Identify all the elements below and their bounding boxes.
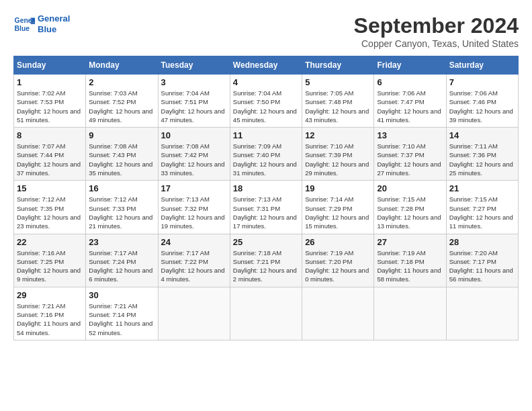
day-info: Sunrise: 7:15 AM Sunset: 7:27 PM Dayligh…	[449, 195, 515, 230]
calendar-day: 28 Sunrise: 7:20 AM Sunset: 7:17 PM Dayl…	[446, 234, 518, 287]
day-info: Sunrise: 7:17 AM Sunset: 7:24 PM Dayligh…	[89, 248, 154, 284]
day-header-saturday: Saturday	[446, 56, 518, 75]
day-info: Sunrise: 7:08 AM Sunset: 7:43 PM Dayligh…	[89, 142, 154, 177]
calendar-day	[374, 287, 446, 340]
day-number: 6	[377, 77, 443, 87]
day-info: Sunrise: 7:06 AM Sunset: 7:47 PM Dayligh…	[377, 89, 443, 124]
day-number: 5	[305, 77, 371, 87]
calendar-day: 17 Sunrise: 7:13 AM Sunset: 7:32 PM Dayl…	[158, 181, 230, 234]
calendar-table: SundayMondayTuesdayWednesdayThursdayFrid…	[13, 56, 519, 340]
calendar-day: 5 Sunrise: 7:05 AM Sunset: 7:48 PM Dayli…	[302, 75, 374, 128]
calendar-week-2: 8 Sunrise: 7:07 AM Sunset: 7:44 PM Dayli…	[14, 128, 519, 181]
day-info: Sunrise: 7:14 AM Sunset: 7:29 PM Dayligh…	[305, 195, 371, 230]
month-title: September 2024	[354, 13, 519, 38]
day-number: 20	[377, 183, 443, 193]
day-info: Sunrise: 7:16 AM Sunset: 7:25 PM Dayligh…	[17, 248, 83, 284]
day-number: 16	[89, 183, 154, 193]
logo: General Blue General Blue	[13, 13, 70, 35]
day-header-friday: Friday	[374, 56, 446, 75]
calendar-day: 22 Sunrise: 7:16 AM Sunset: 7:25 PM Dayl…	[14, 234, 86, 287]
day-number: 3	[161, 77, 227, 87]
day-info: Sunrise: 7:20 AM Sunset: 7:17 PM Dayligh…	[449, 248, 515, 284]
calendar-day: 30 Sunrise: 7:21 AM Sunset: 7:14 PM Dayl…	[86, 287, 158, 340]
calendar-day: 13 Sunrise: 7:10 AM Sunset: 7:37 PM Dayl…	[374, 128, 446, 181]
day-number: 4	[233, 77, 299, 87]
logo-line1: General	[38, 13, 70, 24]
calendar-day	[158, 287, 230, 340]
calendar-day: 29 Sunrise: 7:21 AM Sunset: 7:16 PM Dayl…	[14, 287, 86, 340]
day-info: Sunrise: 7:02 AM Sunset: 7:53 PM Dayligh…	[17, 89, 83, 124]
day-number: 8	[17, 130, 83, 140]
calendar-day: 21 Sunrise: 7:15 AM Sunset: 7:27 PM Dayl…	[446, 181, 518, 234]
calendar-day: 23 Sunrise: 7:17 AM Sunset: 7:24 PM Dayl…	[86, 234, 158, 287]
day-info: Sunrise: 7:05 AM Sunset: 7:48 PM Dayligh…	[305, 89, 371, 124]
day-number: 23	[89, 237, 154, 247]
calendar-week-3: 15 Sunrise: 7:12 AM Sunset: 7:35 PM Dayl…	[14, 181, 519, 234]
calendar-day: 11 Sunrise: 7:09 AM Sunset: 7:40 PM Dayl…	[230, 128, 302, 181]
day-number: 2	[89, 77, 154, 87]
calendar-day: 14 Sunrise: 7:11 AM Sunset: 7:36 PM Dayl…	[446, 128, 518, 181]
title-area: September 2024 Copper Canyon, Texas, Uni…	[354, 13, 519, 49]
day-info: Sunrise: 7:13 AM Sunset: 7:31 PM Dayligh…	[233, 195, 299, 230]
day-number: 12	[305, 130, 371, 140]
calendar-day: 12 Sunrise: 7:10 AM Sunset: 7:39 PM Dayl…	[302, 128, 374, 181]
day-header-tuesday: Tuesday	[158, 56, 230, 75]
day-info: Sunrise: 7:21 AM Sunset: 7:14 PM Dayligh…	[89, 302, 154, 337]
day-header-thursday: Thursday	[302, 56, 374, 75]
day-info: Sunrise: 7:10 AM Sunset: 7:37 PM Dayligh…	[377, 142, 443, 177]
day-number: 7	[449, 77, 515, 87]
day-info: Sunrise: 7:06 AM Sunset: 7:46 PM Dayligh…	[449, 89, 515, 124]
calendar-day: 7 Sunrise: 7:06 AM Sunset: 7:46 PM Dayli…	[446, 75, 518, 128]
calendar-day: 3 Sunrise: 7:04 AM Sunset: 7:51 PM Dayli…	[158, 75, 230, 128]
day-number: 9	[89, 130, 154, 140]
location: Copper Canyon, Texas, United States	[354, 38, 519, 49]
day-info: Sunrise: 7:04 AM Sunset: 7:51 PM Dayligh…	[161, 89, 227, 124]
calendar-day: 8 Sunrise: 7:07 AM Sunset: 7:44 PM Dayli…	[14, 128, 86, 181]
calendar-day	[302, 287, 374, 340]
day-info: Sunrise: 7:21 AM Sunset: 7:16 PM Dayligh…	[17, 302, 83, 337]
day-number: 24	[161, 237, 227, 247]
day-info: Sunrise: 7:19 AM Sunset: 7:18 PM Dayligh…	[377, 248, 443, 284]
day-info: Sunrise: 7:18 AM Sunset: 7:21 PM Dayligh…	[233, 248, 299, 284]
calendar-day: 1 Sunrise: 7:02 AM Sunset: 7:53 PM Dayli…	[14, 75, 86, 128]
day-info: Sunrise: 7:09 AM Sunset: 7:40 PM Dayligh…	[233, 142, 299, 177]
day-header-sunday: Sunday	[14, 56, 86, 75]
calendar-day: 26 Sunrise: 7:19 AM Sunset: 7:20 PM Dayl…	[302, 234, 374, 287]
day-info: Sunrise: 7:17 AM Sunset: 7:22 PM Dayligh…	[161, 248, 227, 284]
day-info: Sunrise: 7:19 AM Sunset: 7:20 PM Dayligh…	[305, 248, 371, 284]
calendar-day: 20 Sunrise: 7:15 AM Sunset: 7:28 PM Dayl…	[374, 181, 446, 234]
day-number: 13	[377, 130, 443, 140]
day-info: Sunrise: 7:08 AM Sunset: 7:42 PM Dayligh…	[161, 142, 227, 177]
day-number: 22	[17, 237, 83, 247]
day-number: 21	[449, 183, 515, 193]
calendar-week-1: 1 Sunrise: 7:02 AM Sunset: 7:53 PM Dayli…	[14, 75, 519, 128]
day-number: 26	[305, 237, 371, 247]
day-number: 28	[449, 237, 515, 247]
calendar-day: 6 Sunrise: 7:06 AM Sunset: 7:47 PM Dayli…	[374, 75, 446, 128]
calendar-day: 10 Sunrise: 7:08 AM Sunset: 7:42 PM Dayl…	[158, 128, 230, 181]
day-info: Sunrise: 7:13 AM Sunset: 7:32 PM Dayligh…	[161, 195, 227, 230]
calendar-day: 16 Sunrise: 7:12 AM Sunset: 7:33 PM Dayl…	[86, 181, 158, 234]
calendar-header-row: SundayMondayTuesdayWednesdayThursdayFrid…	[14, 56, 519, 75]
calendar-day	[446, 287, 518, 340]
calendar-day: 19 Sunrise: 7:14 AM Sunset: 7:29 PM Dayl…	[302, 181, 374, 234]
calendar-day: 15 Sunrise: 7:12 AM Sunset: 7:35 PM Dayl…	[14, 181, 86, 234]
day-number: 14	[449, 130, 515, 140]
calendar-day	[230, 287, 302, 340]
day-info: Sunrise: 7:10 AM Sunset: 7:39 PM Dayligh…	[305, 142, 371, 177]
day-header-monday: Monday	[86, 56, 158, 75]
calendar-week-5: 29 Sunrise: 7:21 AM Sunset: 7:16 PM Dayl…	[14, 287, 519, 340]
calendar-day: 25 Sunrise: 7:18 AM Sunset: 7:21 PM Dayl…	[230, 234, 302, 287]
day-info: Sunrise: 7:07 AM Sunset: 7:44 PM Dayligh…	[17, 142, 83, 177]
day-number: 27	[377, 237, 443, 247]
calendar-week-4: 22 Sunrise: 7:16 AM Sunset: 7:25 PM Dayl…	[14, 234, 519, 287]
day-number: 25	[233, 237, 299, 247]
calendar-day: 2 Sunrise: 7:03 AM Sunset: 7:52 PM Dayli…	[86, 75, 158, 128]
day-header-wednesday: Wednesday	[230, 56, 302, 75]
day-info: Sunrise: 7:04 AM Sunset: 7:50 PM Dayligh…	[233, 89, 299, 124]
day-number: 19	[305, 183, 371, 193]
calendar-day: 18 Sunrise: 7:13 AM Sunset: 7:31 PM Dayl…	[230, 181, 302, 234]
day-info: Sunrise: 7:11 AM Sunset: 7:36 PM Dayligh…	[449, 142, 515, 177]
day-number: 15	[17, 183, 83, 193]
calendar-day: 4 Sunrise: 7:04 AM Sunset: 7:50 PM Dayli…	[230, 75, 302, 128]
